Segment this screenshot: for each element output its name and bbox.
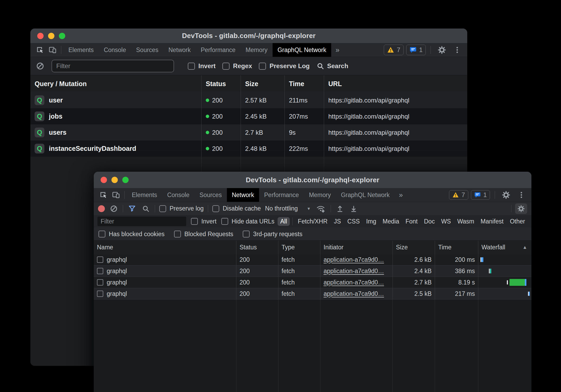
tab-performance[interactable]: Performance (196, 43, 241, 57)
issues-badge[interactable]: 1 (406, 45, 426, 55)
tab-elements[interactable]: Elements (127, 188, 162, 202)
chip-all[interactable]: All (278, 217, 290, 226)
table-row[interactable]: graphql 200 fetch application-a7ca9d0… 2… (94, 254, 531, 265)
warnings-badge[interactable]: 7 (449, 190, 468, 200)
tab-console[interactable]: Console (99, 43, 131, 57)
tab-sources[interactable]: Sources (194, 188, 227, 202)
clear-icon[interactable] (36, 62, 45, 70)
chip-css[interactable]: CSS (345, 217, 362, 226)
blocked-requests-checkbox[interactable]: Blocked Requests (174, 231, 233, 238)
throttling-select[interactable]: No throttling ▼ (265, 205, 311, 212)
minimize-button[interactable] (111, 177, 118, 183)
table-row[interactable]: graphql 200 fetch application-a7ca9d0… 2… (94, 277, 531, 288)
chip-font[interactable]: Font (403, 217, 420, 226)
search-icon[interactable] (141, 205, 151, 213)
issues-badge[interactable]: 1 (471, 190, 490, 200)
third-party-requests-checkbox[interactable]: 3rd-party requests (243, 231, 302, 238)
column-header-waterfall[interactable]: Waterfall ▲ (478, 241, 531, 254)
disable-cache-checkbox[interactable]: Disable cache (212, 205, 261, 212)
invert-checkbox[interactable]: Invert (188, 62, 216, 70)
tab-performance[interactable]: Performance (259, 188, 304, 202)
filter-input[interactable] (97, 217, 186, 226)
tab-elements[interactable]: Elements (63, 43, 99, 57)
chip-manifest[interactable]: Manifest (478, 217, 506, 226)
row-checkbox[interactable] (97, 268, 103, 274)
table-row[interactable]: Q users 200 2.7 kB 9s https://gitlab.com… (30, 124, 467, 141)
tab-sources[interactable]: Sources (131, 43, 163, 57)
invert-checkbox[interactable]: Invert (191, 218, 217, 225)
import-har-icon[interactable] (335, 205, 345, 213)
record-button[interactable] (98, 205, 105, 212)
tab-memory[interactable]: Memory (304, 188, 336, 202)
table-row[interactable]: Q user 200 2.57 kB 211ms https://gitlab.… (30, 92, 467, 108)
column-header-url[interactable]: URL (324, 75, 467, 92)
initiator-link[interactable]: application-a7ca9d0… (324, 268, 384, 275)
table-row[interactable]: Q instanceSecurityDashboard 200 2.48 kB … (30, 141, 467, 157)
export-har-icon[interactable] (349, 205, 358, 213)
chip-wasm[interactable]: Wasm (455, 217, 477, 226)
chip-other[interactable]: Other (507, 217, 528, 226)
row-checkbox[interactable] (97, 279, 103, 286)
titlebar[interactable]: DevTools - gitlab.com/-/graphql-explorer (30, 29, 467, 43)
close-button[interactable] (37, 33, 44, 39)
search-toggle[interactable]: Search (316, 62, 348, 70)
filter-funnel-icon[interactable] (127, 205, 137, 213)
inspect-element-icon[interactable] (97, 188, 110, 202)
chip-media[interactable]: Media (380, 217, 402, 226)
tab-memory[interactable]: Memory (241, 43, 273, 57)
tab-network[interactable]: Network (163, 43, 196, 57)
chip-doc[interactable]: Doc (421, 217, 437, 226)
settings-gear-icon[interactable] (436, 45, 448, 54)
column-header-initiator[interactable]: Initiator (320, 241, 393, 254)
network-conditions-icon[interactable] (315, 204, 326, 213)
settings-gear-icon[interactable] (500, 190, 512, 199)
row-checkbox[interactable] (97, 256, 103, 263)
initiator-link[interactable]: application-a7ca9d0… (324, 256, 384, 263)
row-checkbox[interactable] (97, 291, 103, 297)
table-row[interactable]: graphql 200 fetch application-a7ca9d0… 2… (94, 288, 531, 300)
minimize-button[interactable] (48, 33, 54, 39)
column-header-size[interactable]: Size (393, 241, 435, 254)
column-header-name[interactable]: Name (94, 241, 236, 254)
more-tabs-icon[interactable]: » (331, 43, 344, 57)
device-toolbar-icon[interactable] (46, 43, 59, 57)
warnings-badge[interactable]: 7 (384, 45, 403, 55)
tab-console[interactable]: Console (162, 188, 194, 202)
tab-network[interactable]: Network (227, 188, 259, 202)
zoom-button[interactable] (122, 177, 129, 183)
has-blocked-cookies-checkbox[interactable]: Has blocked cookies (99, 231, 165, 238)
chip-img[interactable]: Img (363, 217, 379, 226)
more-options-icon[interactable] (515, 191, 528, 199)
more-options-icon[interactable] (451, 46, 464, 54)
table-row[interactable]: graphql 200 fetch application-a7ca9d0… 2… (94, 265, 531, 277)
close-button[interactable] (101, 177, 107, 183)
hide-data-urls-checkbox[interactable]: Hide data URLs (221, 218, 274, 225)
column-header-size[interactable]: Size (241, 75, 285, 92)
initiator-link[interactable]: application-a7ca9d0… (324, 279, 384, 286)
column-header-time[interactable]: Time (285, 75, 324, 92)
regex-checkbox[interactable]: Regex (222, 62, 252, 70)
chip-ws[interactable]: WS (438, 217, 454, 226)
clear-icon[interactable] (109, 205, 119, 213)
column-header-query-mutation[interactable]: Query / Mutation (30, 75, 202, 92)
titlebar[interactable]: DevTools - gitlab.com/-/graphql-explorer (94, 172, 531, 188)
chip-fetch-xhr[interactable]: Fetch/XHR (295, 217, 330, 226)
checkbox (259, 63, 266, 70)
tab-graphql-network[interactable]: GraphQL Network (336, 188, 395, 202)
preserve-log-checkbox[interactable]: Preserve Log (259, 62, 310, 70)
initiator-link[interactable]: application-a7ca9d0… (324, 290, 384, 297)
chip-js[interactable]: JS (331, 217, 344, 226)
filter-input[interactable] (52, 60, 174, 72)
inspect-element-icon[interactable] (34, 43, 46, 57)
preserve-log-checkbox[interactable]: Preserve log (159, 205, 204, 212)
column-header-status[interactable]: Status (236, 241, 278, 254)
column-header-type[interactable]: Type (278, 241, 320, 254)
column-header-status[interactable]: Status (202, 75, 241, 92)
zoom-button[interactable] (59, 33, 65, 39)
column-header-time[interactable]: Time (435, 241, 478, 254)
more-tabs-icon[interactable]: » (395, 188, 407, 202)
device-toolbar-icon[interactable] (110, 188, 122, 202)
tab-graphql-network[interactable]: GraphQL Network (273, 43, 331, 57)
table-row[interactable]: Q jobs 200 2.45 kB 207ms https://gitlab.… (30, 108, 467, 124)
network-settings-gear-icon[interactable] (515, 203, 527, 214)
